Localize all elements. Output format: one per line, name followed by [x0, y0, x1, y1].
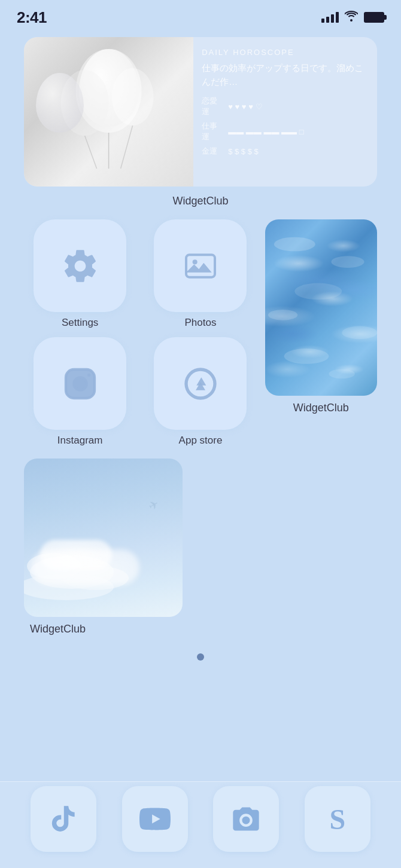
- svg-point-16: [74, 377, 86, 390]
- svg-point-11: [268, 310, 297, 320]
- svg-point-12: [342, 326, 377, 340]
- svg-rect-6: [186, 255, 215, 277]
- status-time: 2:41: [17, 8, 47, 27]
- appstore-app[interactable]: App store: [144, 337, 256, 447]
- instagram-icon: [34, 337, 126, 430]
- water-widget-label: WidgetClub: [293, 402, 349, 414]
- horoscope-rows: 恋愛運 ♥ ♥ ♥ ♥ ♡ 仕事運 ▬▬ ▬▬ ▬▬ ▬▬ □ 金運 $ $ $…: [202, 96, 369, 157]
- wifi-icon: [345, 11, 358, 25]
- appstore-icon: [154, 337, 247, 430]
- instagram-label: Instagram: [57, 435, 103, 447]
- settings-icon: [34, 219, 126, 312]
- svg-line-4: [85, 136, 97, 169]
- love-hearts: ♥ ♥ ♥ ♥ ♡: [228, 102, 262, 111]
- top-widget-label: WidgetClub: [24, 195, 377, 207]
- work-bars: ▬▬ ▬▬ ▬▬ ▬▬ □: [228, 127, 303, 136]
- svg-point-13: [284, 349, 329, 364]
- svg-point-2: [112, 68, 154, 126]
- horoscope-body: 仕事の効率がアップする日です。溜めこんだ作…: [202, 62, 369, 88]
- horoscope-row-money: 金運 $ $ $ $ $: [202, 146, 369, 157]
- battery-icon: [364, 12, 384, 23]
- work-label: 仕事運: [202, 121, 223, 142]
- svg-line-5: [121, 126, 133, 169]
- appstore-label: App store: [179, 435, 223, 447]
- settings-label: Settings: [62, 317, 98, 329]
- settings-app[interactable]: Settings: [24, 219, 136, 329]
- svg-point-1: [61, 70, 109, 136]
- svg-point-14: [329, 369, 354, 379]
- photos-app[interactable]: Photos: [144, 219, 256, 329]
- dock-tiktok[interactable]: [31, 786, 96, 852]
- sky-widget-section: ✈ WidgetClub: [24, 459, 377, 635]
- main-content: DAILY HOROSCOPE 仕事の効率がアップする日です。溜めこんだ作… 恋…: [0, 31, 401, 661]
- page-dots: [24, 653, 377, 661]
- money-coins: $ $ $ $ $: [228, 147, 259, 156]
- shazam-s-letter: S: [329, 803, 345, 836]
- svg-point-17: [87, 373, 90, 376]
- balloon-illustration: [24, 37, 193, 187]
- horoscope-title: DAILY HOROSCOPE: [202, 48, 369, 57]
- dock-camera[interactable]: [213, 786, 279, 852]
- svg-point-8: [274, 237, 315, 252]
- app-section: Settings Photos: [24, 219, 377, 447]
- horoscope-widget-image: [24, 37, 193, 187]
- horoscope-info: DAILY HOROSCOPE 仕事の効率がアップする日です。溜めこんだ作… 恋…: [193, 37, 377, 187]
- dock-shazam[interactable]: S: [305, 786, 370, 852]
- svg-point-9: [331, 256, 364, 268]
- photos-icon: [154, 219, 247, 312]
- signal-icon: [321, 12, 339, 23]
- page-dot-0: [197, 653, 204, 661]
- love-label: 恋愛運: [202, 96, 223, 117]
- horoscope-widget[interactable]: DAILY HOROSCOPE 仕事の効率がアップする日です。溜めこんだ作… 恋…: [24, 37, 377, 187]
- dock: S: [0, 781, 401, 868]
- instagram-app[interactable]: Instagram: [24, 337, 136, 447]
- status-icons: [321, 11, 384, 25]
- sky-widget-label: WidgetClub: [30, 623, 86, 635]
- svg-point-10: [294, 283, 342, 300]
- water-widget-image: [265, 219, 377, 396]
- status-bar: 2:41: [0, 0, 401, 31]
- svg-point-7: [193, 259, 198, 264]
- sky-widget-image[interactable]: ✈: [24, 459, 183, 617]
- photos-label: Photos: [185, 317, 217, 329]
- horoscope-row-work: 仕事運 ▬▬ ▬▬ ▬▬ ▬▬ □: [202, 121, 369, 142]
- money-label: 金運: [202, 146, 223, 157]
- water-widget[interactable]: WidgetClub: [265, 219, 377, 414]
- dock-youtube[interactable]: [122, 786, 188, 852]
- horoscope-row-love: 恋愛運 ♥ ♥ ♥ ♥ ♡: [202, 96, 369, 117]
